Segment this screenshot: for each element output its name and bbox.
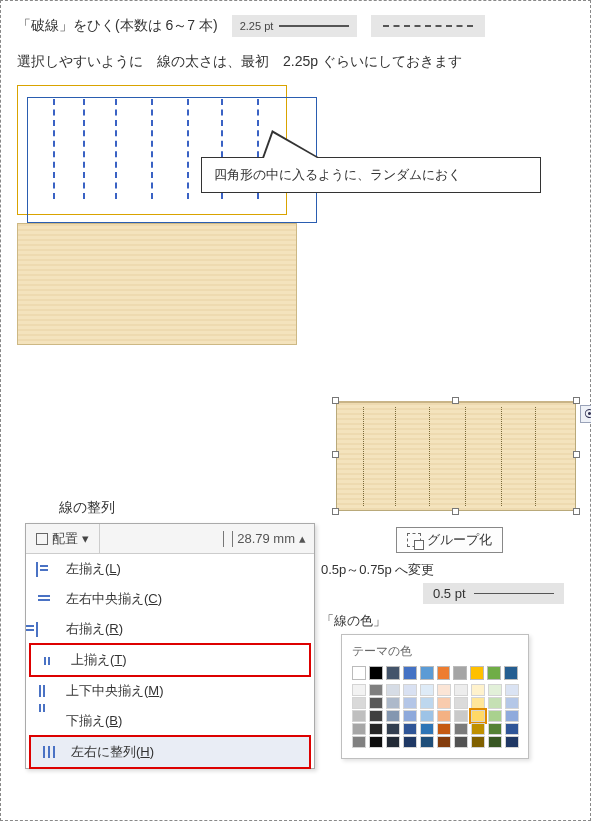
color-swatch[interactable] (488, 723, 502, 735)
color-swatch[interactable] (437, 684, 451, 696)
color-swatch[interactable] (403, 710, 417, 722)
color-swatch[interactable] (420, 736, 434, 748)
color-swatch[interactable] (471, 723, 485, 735)
resize-handle[interactable] (332, 451, 339, 458)
resize-handle[interactable] (573, 397, 580, 404)
color-swatch[interactable] (471, 710, 485, 722)
color-swatch[interactable] (352, 697, 366, 709)
align-section-title: 線の整列 (59, 499, 315, 517)
color-swatch[interactable] (369, 710, 383, 722)
color-swatch[interactable] (470, 666, 484, 680)
dashed-line-icon (383, 25, 473, 27)
color-swatch[interactable] (487, 666, 501, 680)
dashed-vertical-line (83, 99, 85, 199)
color-swatch[interactable] (437, 666, 451, 680)
color-swatch[interactable] (403, 723, 417, 735)
color-swatch[interactable] (386, 710, 400, 722)
menu-item-align-middle[interactable]: 上下中央揃え(M) (26, 676, 314, 706)
color-swatch[interactable] (454, 684, 468, 696)
color-swatch[interactable] (386, 697, 400, 709)
dotted-vertical-line (363, 407, 364, 506)
color-swatch[interactable] (505, 723, 519, 735)
color-swatch[interactable] (437, 723, 451, 735)
resize-handle[interactable] (452, 397, 459, 404)
color-swatch[interactable] (386, 736, 400, 748)
color-swatch[interactable] (420, 666, 434, 680)
resize-handle[interactable] (573, 508, 580, 515)
color-swatch[interactable] (454, 697, 468, 709)
color-swatch[interactable] (403, 697, 417, 709)
resize-handle[interactable] (332, 397, 339, 404)
menu-item-align-center-h[interactable]: 左右中央揃え(C) (26, 584, 314, 614)
resize-handle[interactable] (332, 508, 339, 515)
menu-item-label: 上揃え (71, 652, 110, 667)
color-swatch[interactable] (505, 684, 519, 696)
layout-options-icon[interactable]: ⦿ (580, 405, 591, 423)
resize-handle[interactable] (452, 508, 459, 515)
align-left-icon (36, 562, 38, 577)
resize-handle[interactable] (573, 451, 580, 458)
color-swatch[interactable] (420, 684, 434, 696)
tatami-rectangle-selected (336, 401, 576, 511)
color-swatch[interactable] (454, 710, 468, 722)
color-swatch[interactable] (420, 723, 434, 735)
color-swatch[interactable] (369, 723, 383, 735)
color-swatch[interactable] (488, 697, 502, 709)
color-swatch[interactable] (352, 684, 366, 696)
color-swatch[interactable] (505, 736, 519, 748)
color-swatch[interactable] (420, 710, 434, 722)
tatami-rectangle (17, 223, 297, 345)
align-section: 線の整列 配置 ▾ 28.79 mm ▴ 左揃え(L) (25, 495, 315, 769)
color-swatch[interactable] (386, 723, 400, 735)
color-swatch[interactable] (437, 697, 451, 709)
color-swatch[interactable] (403, 736, 417, 748)
align-dropdown[interactable]: 配置 ▾ (26, 524, 100, 553)
dashed-vertical-line (115, 99, 117, 199)
color-swatch[interactable] (471, 736, 485, 748)
color-swatch[interactable] (471, 684, 485, 696)
align-dropdown-icon (36, 533, 48, 545)
color-swatch[interactable] (453, 666, 467, 680)
instruction-text-2: 選択しやすいように 線の太さは、最初 2.25p ぐらいにしておきます (17, 53, 574, 71)
menu-item-align-bottom[interactable]: 下揃え(B) (26, 706, 314, 736)
color-swatch[interactable] (488, 684, 502, 696)
color-swatch[interactable] (471, 697, 485, 709)
color-swatch[interactable] (454, 723, 468, 735)
color-swatch[interactable] (488, 710, 502, 722)
menu-item-align-right[interactable]: 右揃え(R) (26, 614, 314, 644)
menu-item-distribute-h[interactable]: 左右に整列(H) (31, 737, 309, 767)
color-swatch[interactable] (403, 684, 417, 696)
color-swatch[interactable] (352, 723, 366, 735)
color-swatch[interactable] (369, 684, 383, 696)
color-swatch[interactable] (454, 736, 468, 748)
menu-item-key: T (114, 652, 122, 667)
color-swatch[interactable] (505, 710, 519, 722)
group-button-label: グループ化 (427, 531, 492, 549)
color-swatch[interactable] (505, 697, 519, 709)
color-swatch[interactable] (386, 666, 400, 680)
color-swatch[interactable] (420, 697, 434, 709)
palette-title: テーマの色 (352, 643, 518, 660)
group-button-wrap: グループ化 (396, 519, 503, 553)
highlight-box-distribute: 左右に整列(H) (29, 735, 311, 769)
color-swatch[interactable] (437, 736, 451, 748)
menu-item-align-top[interactable]: 上揃え(T) (31, 645, 309, 675)
group-button[interactable]: グループ化 (396, 527, 503, 553)
color-swatch[interactable] (352, 710, 366, 722)
color-swatch[interactable] (369, 736, 383, 748)
color-swatch[interactable] (352, 666, 366, 680)
color-swatch[interactable] (488, 736, 502, 748)
align-menu: 配置 ▾ 28.79 mm ▴ 左揃え(L) 左右中央揃え(C) 右揃え(R (25, 523, 315, 769)
menu-item-align-left[interactable]: 左揃え(L) (26, 554, 314, 584)
color-swatch[interactable] (437, 710, 451, 722)
color-swatch[interactable] (352, 736, 366, 748)
dash-style-sample (371, 15, 485, 37)
color-swatch[interactable] (386, 684, 400, 696)
color-swatch[interactable] (504, 666, 518, 680)
dimension-value: 28.79 mm (237, 531, 295, 546)
align-dropdown-label: 配置 (52, 530, 78, 548)
color-swatch[interactable] (403, 666, 417, 680)
color-swatch[interactable] (369, 666, 383, 680)
color-swatch[interactable] (369, 697, 383, 709)
dimension-field[interactable]: 28.79 mm ▴ (100, 531, 314, 547)
